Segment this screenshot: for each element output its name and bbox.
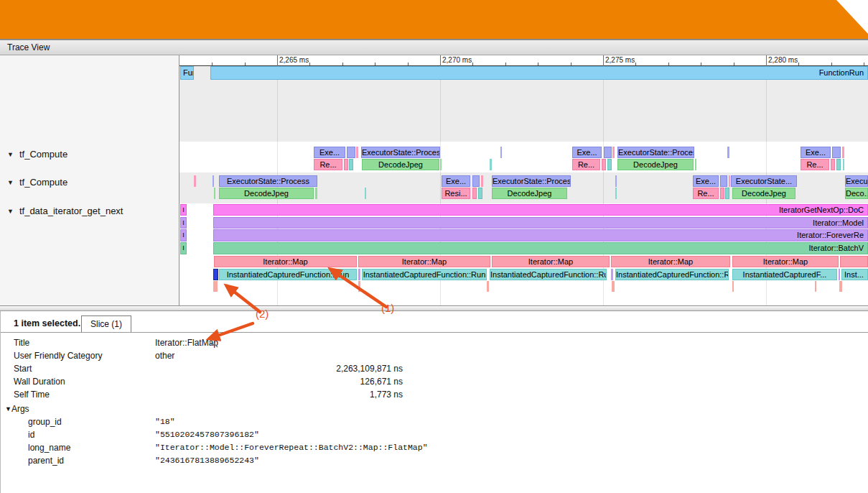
track-header-tf_Compute[interactable]: ▼tf_Compute bbox=[7, 149, 67, 160]
trace-slice[interactable]: Iterator::Map bbox=[492, 256, 610, 267]
trace-slice[interactable]: ExecutorState::Process bbox=[617, 147, 694, 158]
trace-slice[interactable]: Iterator::ForeverRe bbox=[213, 229, 868, 241]
trace-slice-sliver[interactable] bbox=[358, 269, 360, 280]
trace-slice[interactable]: InstantiatedCapturedF... bbox=[732, 269, 837, 280]
trace-slice-sliver[interactable] bbox=[213, 175, 214, 187]
trace-slice[interactable]: I bbox=[180, 217, 187, 229]
trace-slice-sliver[interactable] bbox=[832, 147, 841, 158]
trace-slice-sliver[interactable] bbox=[349, 159, 353, 170]
trace-slice-sliver[interactable] bbox=[365, 188, 366, 199]
trace-slice[interactable]: I bbox=[180, 204, 187, 216]
trace-slice-sliver[interactable] bbox=[843, 159, 844, 170]
trace-slice-sliver[interactable] bbox=[214, 188, 215, 199]
panel-splitter[interactable] bbox=[0, 305, 868, 311]
trace-slice-sliver[interactable] bbox=[612, 147, 615, 158]
trace-slice-sliver[interactable] bbox=[729, 175, 730, 187]
trace-slice-sliver[interactable] bbox=[500, 147, 502, 158]
trace-slice[interactable]: DecodeJpeg bbox=[732, 188, 795, 199]
trace-slice-sliver[interactable] bbox=[840, 256, 868, 267]
trace-slice[interactable]: Iterator::Map bbox=[732, 256, 839, 267]
trace-slice-sliver[interactable] bbox=[836, 159, 841, 170]
trace-slice[interactable]: Iterator::Map bbox=[611, 256, 730, 267]
trace-slice[interactable]: Re... bbox=[693, 188, 719, 199]
trace-slice[interactable]: ExecutorState::Process bbox=[492, 175, 571, 187]
collapse-triangle-icon[interactable]: ▼ bbox=[7, 178, 14, 188]
trace-slice-sliver[interactable] bbox=[358, 281, 360, 292]
trace-slice-sliver[interactable] bbox=[472, 188, 477, 199]
selected-slice[interactable] bbox=[213, 269, 218, 280]
trace-slice-sliver[interactable] bbox=[831, 159, 835, 170]
trace-slice[interactable]: InstantiatedCapturedFunction::Run bbox=[615, 269, 729, 280]
trace-slice-sliver[interactable] bbox=[611, 269, 613, 280]
trace-slice-sliver[interactable] bbox=[842, 147, 844, 158]
trace-slice[interactable]: ExecutorState::Process bbox=[219, 175, 317, 187]
trace-slice-sliver[interactable] bbox=[720, 175, 727, 187]
tab-slice[interactable]: Slice (1) bbox=[81, 315, 131, 332]
trace-slice[interactable]: InstantiatedCapturedFunction::Run bbox=[362, 269, 487, 280]
trace-slice-sliver[interactable] bbox=[213, 281, 218, 292]
trace-slice[interactable]: InstantiatedCapturedFunction::Run bbox=[219, 269, 357, 280]
timeline-area[interactable]: 2,265 ms2,270 ms2,275 ms2,280 ms FunFunc… bbox=[179, 55, 868, 305]
trace-slice[interactable]: Iterator::BatchV bbox=[213, 242, 868, 254]
collapse-triangle-icon[interactable]: ▼ bbox=[7, 206, 14, 217]
trace-slice[interactable]: Exe... bbox=[801, 147, 831, 158]
trace-slice-sliver[interactable] bbox=[604, 147, 612, 158]
trace-slice-sliver[interactable] bbox=[815, 281, 816, 292]
trace-slice[interactable]: FunctionRun bbox=[210, 66, 868, 80]
magnifier-icon[interactable] bbox=[209, 338, 218, 348]
trace-slice-sliver[interactable] bbox=[478, 188, 482, 199]
trace-slice[interactable]: I bbox=[180, 242, 187, 254]
track-header-tf_Compute[interactable]: ▼tf_Compute bbox=[7, 177, 67, 188]
args-section-toggle[interactable]: ▼Args bbox=[5, 402, 29, 415]
trace-slice[interactable]: ExecutorState::Process bbox=[361, 147, 440, 158]
trace-slice[interactable]: Exe... bbox=[314, 147, 345, 158]
trace-slice[interactable]: Iterator::Map bbox=[214, 256, 357, 267]
trace-slice[interactable]: Iterator::Map bbox=[358, 256, 490, 267]
collapse-triangle-icon[interactable]: ▼ bbox=[5, 405, 11, 413]
trace-slice-sliver[interactable] bbox=[602, 159, 606, 170]
trace-slice[interactable]: Exe... bbox=[572, 147, 602, 158]
trace-slice-sliver[interactable] bbox=[490, 159, 492, 170]
trace-slice[interactable]: Exe... bbox=[442, 175, 470, 187]
trace-slice[interactable]: Iterator::Model bbox=[213, 217, 868, 229]
trace-slice[interactable]: InstantiatedCapturedFunction::Run bbox=[490, 269, 607, 280]
track-header-tf_data_iterator_get_next[interactable]: ▼tf_data_iterator_get_next bbox=[7, 206, 123, 216]
trace-slice-sliver[interactable] bbox=[839, 269, 840, 280]
trace-slice-sliver[interactable] bbox=[356, 147, 358, 158]
trace-slice-sliver[interactable] bbox=[344, 159, 348, 170]
trace-slice-sliver[interactable] bbox=[720, 188, 724, 199]
trace-slice-sliver[interactable] bbox=[194, 175, 196, 187]
trace-slice-sliver[interactable] bbox=[695, 159, 696, 170]
trace-slice[interactable]: IteratorGetNextOp::DoC bbox=[213, 204, 868, 216]
trace-slice-sliver[interactable] bbox=[732, 281, 734, 292]
trace-slice-sliver[interactable] bbox=[727, 147, 729, 158]
trace-slice[interactable]: Fun bbox=[180, 66, 194, 80]
trace-slice[interactable]: DecodeJpeg bbox=[492, 188, 567, 199]
trace-slice[interactable]: I bbox=[180, 229, 187, 241]
trace-slice-sliver[interactable] bbox=[615, 175, 617, 187]
trace-slice-sliver[interactable] bbox=[315, 188, 317, 199]
trace-slice[interactable]: ExecutorState... bbox=[731, 175, 797, 187]
trace-slice[interactable]: Re... bbox=[314, 159, 342, 170]
trace-slice[interactable]: Execu... bbox=[845, 175, 868, 187]
trace-slice-sliver[interactable] bbox=[487, 281, 489, 292]
time-ruler[interactable]: 2,265 ms2,270 ms2,275 ms2,280 ms bbox=[179, 55, 868, 66]
collapse-triangle-icon[interactable]: ▼ bbox=[7, 149, 14, 160]
trace-slice[interactable]: DecodeJpeg bbox=[362, 159, 439, 170]
trace-slice-sliver[interactable] bbox=[839, 281, 842, 292]
trace-slice[interactable]: Re... bbox=[801, 159, 829, 170]
trace-slice-sliver[interactable] bbox=[615, 188, 617, 199]
trace-slice[interactable]: Resi... bbox=[442, 188, 470, 199]
trace-slice-sliver[interactable] bbox=[440, 159, 442, 170]
trace-slice[interactable]: Deco... bbox=[845, 188, 868, 199]
trace-slice-sliver[interactable] bbox=[612, 281, 615, 292]
trace-slice-sliver[interactable] bbox=[481, 175, 483, 187]
trace-slice-sliver[interactable] bbox=[472, 175, 480, 187]
trace-slice-sliver[interactable] bbox=[725, 188, 729, 199]
trace-slice[interactable]: Exe... bbox=[693, 175, 719, 187]
trace-slice[interactable]: Re... bbox=[572, 159, 600, 170]
trace-slice[interactable]: DecodeJpeg bbox=[617, 159, 694, 170]
trace-slice[interactable]: Inst... bbox=[841, 269, 868, 280]
trace-slice-sliver[interactable] bbox=[607, 159, 612, 170]
trace-slice[interactable]: DecodeJpeg bbox=[219, 188, 314, 199]
